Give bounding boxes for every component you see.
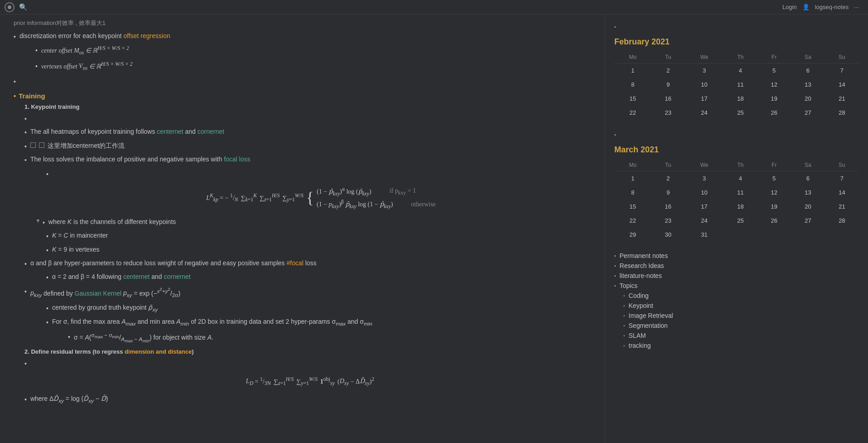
- calendar-day[interactable]: 19: [757, 92, 791, 106]
- where-delta-item: • where ΔD̃xy = log (D̃xy − D̄): [24, 394, 596, 405]
- calendar-day[interactable]: 22: [614, 106, 651, 120]
- calendar-day[interactable]: 6: [791, 171, 825, 186]
- calendar-day[interactable]: 10: [685, 185, 723, 200]
- topbar-left: 🔍: [5, 2, 28, 12]
- literature-notes-label: literature-notes: [620, 272, 662, 279]
- calendar-day[interactable]: 18: [723, 200, 757, 214]
- calendar-day[interactable]: 11: [723, 78, 757, 92]
- calendar-day[interactable]: 10: [685, 78, 723, 92]
- calendar-day[interactable]: 3: [685, 63, 723, 78]
- calendar-day[interactable]: 4: [723, 63, 757, 78]
- topics-item[interactable]: • Topics: [614, 281, 859, 291]
- calendar-day[interactable]: 2: [651, 63, 685, 78]
- more-menu-button[interactable]: ···: [854, 4, 859, 10]
- calendar-day[interactable]: 2: [651, 171, 685, 186]
- k-9-text: K = 9 in vertexes: [52, 244, 100, 254]
- calendar-day[interactable]: 17: [685, 200, 723, 214]
- calendar-day[interactable]: 13: [791, 185, 825, 200]
- calendar-day[interactable]: 3: [685, 171, 723, 186]
- calendar-day[interactable]: 27: [791, 106, 825, 120]
- search-icon[interactable]: 🔍: [19, 3, 28, 11]
- offset-regression-link[interactable]: offset regression: [123, 32, 170, 39]
- calendar-day[interactable]: 16: [651, 92, 685, 106]
- cornernet-link-2[interactable]: cornernet: [164, 273, 190, 280]
- calendar-day[interactable]: 25: [723, 106, 757, 120]
- calendar-day[interactable]: 31: [685, 228, 723, 242]
- calendar-day[interactable]: 15: [614, 200, 651, 214]
- research-ideas-item[interactable]: • Research Ideas: [614, 261, 859, 271]
- calendar-day[interactable]: 24: [685, 214, 723, 228]
- calendar-day[interactable]: 29: [614, 228, 651, 242]
- focal-hash-link[interactable]: #focal: [286, 259, 303, 267]
- calendar-day[interactable]: 21: [825, 92, 859, 106]
- keypoint-dot: •: [623, 303, 625, 308]
- feb-col-we: We: [685, 51, 723, 63]
- calendar-day[interactable]: 5: [757, 171, 791, 186]
- calendar-day[interactable]: 7: [825, 171, 859, 186]
- segmentation-item[interactable]: • Segmentation: [614, 321, 859, 331]
- calendar-day[interactable]: 15: [614, 92, 651, 106]
- k-c-text: K = C in maincenter: [52, 230, 108, 240]
- calendar-day[interactable]: 8: [614, 78, 651, 92]
- march-title: March 2021: [614, 145, 859, 155]
- checkbox-1[interactable]: [30, 142, 36, 148]
- calendar-day[interactable]: 12: [757, 78, 791, 92]
- calendar-day[interactable]: 25: [723, 214, 757, 228]
- calendar-day[interactable]: 6: [791, 63, 825, 78]
- dimension-distance-link[interactable]: dimension and distance: [125, 348, 192, 355]
- calendar-day[interactable]: 1: [614, 171, 651, 186]
- mar-col-we: We: [685, 159, 723, 171]
- calendar-day[interactable]: 4: [723, 171, 757, 186]
- slam-item[interactable]: • SLAM: [614, 331, 859, 341]
- calendar-day[interactable]: 23: [651, 214, 685, 228]
- calendar-day[interactable]: 20: [791, 200, 825, 214]
- calendar-day[interactable]: 5: [757, 63, 791, 78]
- calendar-day[interactable]: 8: [614, 185, 651, 200]
- calendar-day[interactable]: 20: [791, 92, 825, 106]
- login-button[interactable]: Login: [782, 4, 797, 10]
- bullet-dot-3: •: [35, 61, 38, 71]
- triangle-down[interactable]: ▼: [35, 217, 41, 225]
- calendar-day[interactable]: 1: [614, 63, 651, 78]
- focal-loss-link[interactable]: focal loss: [224, 156, 250, 163]
- image-retrieval-dot: •: [623, 313, 625, 318]
- topbar: 🔍 Login 👤 logseq-notes ···: [0, 0, 868, 15]
- calendar-day[interactable]: 16: [651, 200, 685, 214]
- coding-item[interactable]: • Coding: [614, 291, 859, 301]
- calendar-day[interactable]: 14: [825, 185, 859, 200]
- vertexes-offset-formula: vertexes offset Vos ∈ ℝH/S × W/S × 2: [41, 60, 133, 73]
- feb-col-mo: Mo: [614, 51, 651, 63]
- centernet-link[interactable]: centernet: [157, 128, 183, 135]
- tracking-dot: •: [623, 343, 625, 348]
- calendar-day[interactable]: 26: [757, 106, 791, 120]
- calendar-day[interactable]: 30: [651, 228, 685, 242]
- calendar-day[interactable]: 27: [791, 214, 825, 228]
- checkbox-2[interactable]: [39, 142, 44, 148]
- calendar-day[interactable]: 24: [685, 106, 723, 120]
- calendar-day[interactable]: 19: [757, 200, 791, 214]
- literature-notes-item[interactable]: • literature-notes: [614, 271, 859, 281]
- calendar-day[interactable]: 28: [825, 214, 859, 228]
- image-retrieval-item[interactable]: • Image Retrieval: [614, 311, 859, 321]
- calendar-day[interactable]: 18: [723, 92, 757, 106]
- calendar-day[interactable]: 14: [825, 78, 859, 92]
- calendar-day[interactable]: 22: [614, 214, 651, 228]
- calendar-day[interactable]: 12: [757, 185, 791, 200]
- keypoint-item[interactable]: • Keypoint: [614, 301, 859, 311]
- calendar-day[interactable]: 26: [757, 214, 791, 228]
- tracking-item[interactable]: • tracking: [614, 341, 859, 351]
- centernet-link-2[interactable]: centernet: [123, 273, 149, 280]
- calendar-day[interactable]: 13: [791, 78, 825, 92]
- calendar-day[interactable]: 23: [651, 106, 685, 120]
- calendar-day[interactable]: 9: [651, 78, 685, 92]
- calendar-day[interactable]: 7: [825, 63, 859, 78]
- gaussian-link[interactable]: Gaussian Kernel: [75, 289, 122, 297]
- permanent-notes-item[interactable]: • Permanent notes: [614, 251, 859, 261]
- calendar-day[interactable]: 11: [723, 185, 757, 200]
- calendar-day[interactable]: 21: [825, 200, 859, 214]
- calendar-day[interactable]: 17: [685, 92, 723, 106]
- calendar-day[interactable]: 28: [825, 106, 859, 120]
- alpha-beta-values: • α = 2 and β = 4 following centernet an…: [24, 272, 596, 282]
- cornernet-link[interactable]: cornernet: [198, 128, 224, 135]
- calendar-day[interactable]: 9: [651, 185, 685, 200]
